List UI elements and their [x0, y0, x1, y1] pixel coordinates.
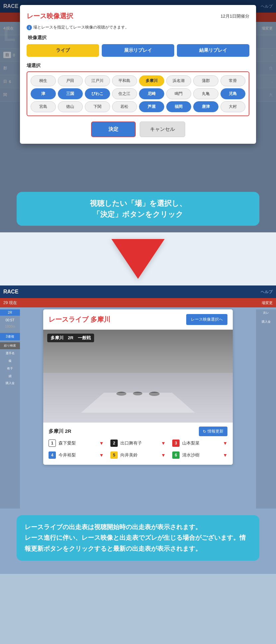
btn-live[interactable]: ライブ	[27, 44, 99, 57]
runner-item-6: 6 清水沙樹 ▼	[172, 451, 227, 459]
go-select-button[interactable]: レース映像選択へ	[186, 314, 227, 325]
sidebar-level: 級	[0, 358, 20, 364]
btn-replay-demo[interactable]: 展示リプレイ	[102, 44, 174, 57]
venue-miyajima[interactable]: 宮島	[31, 101, 56, 112]
runner-name-3: 山本梨菜	[182, 440, 220, 446]
video-section-label: 映像選択	[27, 35, 249, 41]
runner-num-1: 1	[49, 440, 56, 447]
venue-tsu[interactable]: 津	[31, 88, 56, 99]
modal-dialog: レース映像選択 12月1日開催分 i 場とレースを指定してレース映像の視聴ができ…	[20, 5, 256, 144]
info-icon: i	[27, 25, 32, 30]
bg-subnav-link[interactable]: 場変更	[262, 300, 273, 305]
venue-omura[interactable]: 大村	[220, 101, 246, 112]
runner-arrow-3: ▼	[223, 441, 227, 446]
venue-heiwajima[interactable]: 平和島	[112, 75, 137, 86]
right-sidebar-text: 次レ	[256, 309, 276, 316]
venue-toda[interactable]: 戸田	[58, 75, 83, 86]
venue-biwako[interactable]: びわこ	[85, 88, 110, 99]
modal-info: i 場とレースを指定してレース映像の視聴ができます。	[27, 25, 249, 30]
venue-gamagori[interactable]: 蒲郡	[193, 75, 218, 86]
action-row: 決定 キャンセル	[27, 121, 249, 137]
bg-help-2: ヘルプ	[261, 289, 273, 295]
sidebar-kounyuu: 購入金	[0, 380, 20, 387]
race-name: 多摩川 2R	[49, 428, 71, 435]
refresh-icon: ↻	[203, 429, 206, 434]
venue-wakamatsu[interactable]: 若松	[112, 101, 137, 112]
tooltip-bubble-1: 視聴したい「場」を選択し、 「決定」ボタンをクリック	[17, 192, 259, 226]
runner-item-3: 3 山本梨菜 ▼	[172, 440, 227, 447]
venue-shimonoseki[interactable]: 下関	[85, 101, 110, 112]
video-badge: 多摩川 2R 一般戦	[47, 334, 94, 342]
right-sidebar-text2: 購入金	[256, 318, 276, 325]
venue-mikuni[interactable]: 三国	[58, 88, 83, 99]
venue-kiryuu[interactable]: 桐生	[31, 75, 56, 86]
runner-name-5: 向井美鈴	[120, 452, 158, 458]
venue-suminoe[interactable]: 住之江	[112, 88, 137, 99]
venue-kojima[interactable]: 児島	[220, 88, 246, 99]
runner-arrow-5: ▼	[161, 452, 166, 458]
sidebar-2r: 2R	[0, 309, 20, 316]
venue-tokuyama[interactable]: 徳山	[58, 101, 83, 112]
runners-row-2: 4 今井裕梨 ▼ 5 向井美鈴 ▼ 6	[49, 451, 227, 461]
sidebar-3ren: 3連複	[0, 333, 20, 340]
runner-name-1: 森下愛梨	[59, 440, 96, 446]
cancel-button[interactable]: キャンセル	[140, 121, 185, 137]
sidebar-time: 00:ST	[0, 317, 20, 323]
sidebar-yuko: 有子	[0, 365, 20, 372]
arrow-down-icon	[111, 239, 165, 279]
venue-grid: 桐生 戸田 江戸川 平和島 多摩川 浜名湖 蒲郡 常滑 津 三国 びわこ 住之江…	[31, 75, 245, 112]
modal-info-text: 場とレースを指定してレース映像の視聴ができます。	[33, 25, 129, 30]
runner-item-1: 1 森下愛梨 ▼	[49, 440, 104, 447]
runner-name-2: 出口舞有子	[120, 440, 158, 446]
venue-amagasaki[interactable]: 尼崎	[139, 88, 164, 99]
race-info-section: 多摩川 2R ↻ 情報更新 1 森下愛梨	[43, 423, 233, 465]
sidebar-dist: 1800m	[0, 323, 20, 330]
venue-section-label: 場選択	[27, 63, 249, 69]
modal-date: 12月1日開催分	[220, 13, 249, 19]
venue-marugame[interactable]: 丸亀	[193, 88, 218, 99]
sidebar-kensaku[interactable]: 絞り検索	[0, 342, 20, 349]
runner-item-2: 2 出口舞有子 ▼	[110, 440, 166, 447]
btn-replay-result[interactable]: 結果リプレイ	[177, 44, 249, 57]
venue-karatsu[interactable]: 唐津	[193, 101, 218, 112]
runner-name-6: 清水沙樹	[182, 452, 220, 458]
venue-tokoname[interactable]: 常滑	[220, 75, 246, 86]
video-player: 多摩川 2R 一般戦	[43, 330, 233, 423]
runner-arrow-6: ▼	[223, 452, 227, 458]
confirm-button[interactable]: 決定	[91, 121, 136, 137]
arrow-section	[0, 232, 276, 285]
runners-row-1: 1 森下愛梨 ▼ 2 出口舞有子 ▼ 3	[49, 440, 227, 449]
venue-edogawa[interactable]: 江戸川	[85, 75, 110, 86]
tooltip-text-1: 視聴したい「場」を選択し、 「決定」ボタンをクリック	[24, 198, 252, 220]
venue-hamanako[interactable]: 浜名湖	[166, 75, 192, 86]
live-header: レースライブ 多摩川 レース映像選択へ	[43, 309, 233, 330]
bg-subnav-text: 29 現在	[3, 300, 17, 306]
runner-num-6: 6	[172, 451, 180, 459]
venue-grid-wrapper: 桐生 戸田 江戸川 平和島 多摩川 浜名湖 蒲郡 常滑 津 三国 びわこ 住之江…	[27, 71, 249, 116]
modal-header: レース映像選択 12月1日開催分	[27, 12, 249, 21]
bottom-section: RACE ヘルプ 29 現在 場変更 2R 00:ST 1800m 3連複 絞り…	[0, 285, 276, 611]
runner-item-5: 5 向井美鈴 ▼	[110, 451, 166, 459]
runner-num-4: 4	[49, 451, 56, 459]
live-title: レースライブ 多摩川	[49, 315, 110, 324]
bg-brand-2: RACE	[3, 289, 18, 295]
runner-num-5: 5	[110, 451, 118, 459]
runner-num-3: 3	[172, 440, 180, 447]
runner-name-4: 今井裕梨	[59, 452, 96, 458]
refresh-button[interactable]: ↻ 情報更新	[199, 427, 227, 436]
race-info-header: 多摩川 2R ↻ 情報更新	[49, 427, 227, 436]
modal-title: レース映像選択	[27, 12, 73, 21]
runner-arrow-2: ▼	[161, 441, 166, 446]
sidebar-kouseki: 績	[0, 373, 20, 380]
live-panel: レースライブ 多摩川 レース映像選択へ	[43, 309, 233, 465]
venue-fukuoka[interactable]: 福岡	[166, 101, 192, 112]
venue-tamagawa[interactable]: 多摩川	[139, 75, 164, 86]
bottom-tooltip-bubble: レースライブの出走表は視聴開始時の出走表が表示されます。 レース進行に伴い、レー…	[17, 515, 259, 561]
bottom-tooltip-text: レースライブの出走表は視聴開始時の出走表が表示されます。 レース進行に伴い、レー…	[25, 522, 251, 554]
runner-arrow-4: ▼	[99, 452, 104, 458]
venue-naruto[interactable]: 鳴門	[166, 88, 192, 99]
video-type-row: ライブ 展示リプレイ 結果リプレイ	[27, 44, 249, 57]
sidebar-senshu: 選手名	[0, 350, 20, 357]
venue-ashiya[interactable]: 芦屋	[139, 101, 164, 112]
runner-item-4: 4 今井裕梨 ▼	[49, 451, 104, 459]
